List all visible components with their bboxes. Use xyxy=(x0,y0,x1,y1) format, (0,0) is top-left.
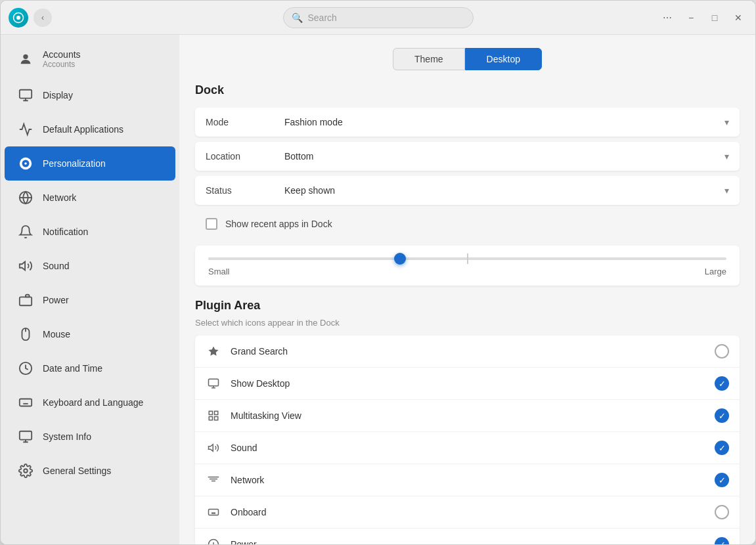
mode-value: Fashion mode xyxy=(284,117,343,127)
main-content: Theme Desktop Dock Mode Fashion mode ▾ L… xyxy=(179,35,755,544)
plugin-items-list: Grand Search Show Desktop ✓ xyxy=(195,336,740,544)
sound-label: Sound xyxy=(43,261,69,271)
show-recent-checkbox[interactable] xyxy=(206,218,217,230)
show-desktop-toggle[interactable]: ✓ xyxy=(715,376,729,391)
status-select[interactable]: Keep shown ▾ xyxy=(284,185,729,196)
multitasking-icon xyxy=(206,408,221,424)
dock-status-row: Status Keep shown ▾ xyxy=(195,176,740,205)
sidebar-item-sound[interactable]: Sound xyxy=(5,249,175,283)
plugin-item-sound[interactable]: Sound ✓ xyxy=(195,432,740,464)
slider-divider xyxy=(467,253,468,264)
power-toggle[interactable]: ✓ xyxy=(715,537,729,544)
display-icon xyxy=(18,87,33,103)
status-label: Status xyxy=(206,185,284,196)
show-recent-row[interactable]: Show recent apps in Dock xyxy=(195,210,740,238)
sidebar-item-accounts[interactable]: Accounts Accounts xyxy=(5,40,175,78)
slider-labels: Small Large xyxy=(208,267,726,276)
svg-rect-26 xyxy=(209,411,212,414)
svg-rect-10 xyxy=(20,297,32,305)
more-button[interactable]: ⋯ xyxy=(658,9,677,27)
multitasking-toggle[interactable]: ✓ xyxy=(715,408,729,423)
tab-theme[interactable]: Theme xyxy=(393,48,465,70)
minimize-button[interactable]: − xyxy=(682,9,700,27)
onboard-icon xyxy=(206,504,221,520)
plugin-item-grand-search[interactable]: Grand Search xyxy=(195,336,740,368)
main-window: ‹ 🔍 Search ⋯ − □ ✕ Accounts xyxy=(0,0,756,545)
sound-plugin-icon xyxy=(206,440,221,456)
plugin-item-power[interactable]: Power ✓ xyxy=(195,529,740,544)
sound-icon xyxy=(18,258,33,274)
default-apps-icon xyxy=(18,121,33,137)
status-chevron-icon: ▾ xyxy=(724,185,729,196)
svg-point-2 xyxy=(23,54,28,59)
default-apps-text: Default Applications xyxy=(43,124,123,135)
svg-rect-28 xyxy=(209,417,212,420)
grand-search-toggle[interactable] xyxy=(715,344,729,359)
keyboard-label: Keyboard and Language xyxy=(43,397,143,408)
sidebar-item-mouse[interactable]: Mouse xyxy=(5,317,175,351)
network-toggle[interactable]: ✓ xyxy=(715,473,729,487)
sysinfo-text: System Info xyxy=(43,431,91,442)
search-bar[interactable]: 🔍 Search xyxy=(283,7,474,28)
mouse-icon xyxy=(18,326,33,342)
svg-rect-3 xyxy=(20,90,32,98)
svg-point-1 xyxy=(16,16,20,20)
titlebar-right: ⋯ − □ ✕ xyxy=(658,9,747,27)
show-desktop-label: Show Desktop xyxy=(231,378,715,389)
mode-label: Mode xyxy=(206,117,284,127)
mode-chevron-icon: ▾ xyxy=(724,117,729,127)
grand-search-icon xyxy=(206,343,221,359)
close-button[interactable]: ✕ xyxy=(729,9,747,27)
plugin-item-network[interactable]: Network ✓ xyxy=(195,464,740,496)
sidebar-item-general[interactable]: General Settings xyxy=(5,454,175,488)
titlebar: ‹ 🔍 Search ⋯ − □ ✕ xyxy=(1,1,755,35)
svg-rect-35 xyxy=(209,510,219,515)
power-plugin-label: Power xyxy=(231,539,715,544)
plugin-area-subtitle: Select which icons appear in the Dock xyxy=(195,318,740,328)
sidebar-item-network[interactable]: Network xyxy=(5,181,175,215)
display-label: Display xyxy=(43,90,73,100)
sysinfo-label: System Info xyxy=(43,431,91,442)
sidebar-item-sysinfo[interactable]: System Info xyxy=(5,420,175,454)
sidebar-item-datetime[interactable]: Date and Time xyxy=(5,351,175,385)
plugin-area-title: Plugin Area xyxy=(195,299,740,313)
plugin-item-show-desktop[interactable]: Show Desktop ✓ xyxy=(195,368,740,400)
notification-text: Notification xyxy=(43,227,88,237)
display-text: Display xyxy=(43,90,73,100)
accounts-sub: Accounts xyxy=(43,60,81,69)
sidebar-item-power[interactable]: Power xyxy=(5,283,175,317)
sound-plugin-label: Sound xyxy=(231,443,715,453)
mode-select[interactable]: Fashion mode ▾ xyxy=(284,117,729,127)
sidebar-item-notification[interactable]: Notification xyxy=(5,215,175,249)
back-button[interactable]: ‹ xyxy=(33,9,52,27)
dock-mode-row: Mode Fashion mode ▾ xyxy=(195,108,740,137)
datetime-label: Date and Time xyxy=(43,363,102,374)
svg-rect-29 xyxy=(215,417,218,420)
svg-rect-23 xyxy=(209,379,219,386)
sidebar-item-display[interactable]: Display xyxy=(5,78,175,112)
dock-location-row: Location Bottom ▾ xyxy=(195,142,740,171)
sidebar-item-personalization[interactable]: Personalization xyxy=(5,146,175,181)
personalization-icon xyxy=(18,156,33,171)
sysinfo-icon xyxy=(18,429,33,445)
slider-thumb[interactable] xyxy=(394,253,406,265)
sidebar-item-default-apps[interactable]: Default Applications xyxy=(5,112,175,146)
svg-marker-22 xyxy=(209,347,219,356)
plugin-item-multitasking[interactable]: Multitasking View ✓ xyxy=(195,400,740,432)
sound-toggle[interactable]: ✓ xyxy=(715,441,729,455)
tab-desktop[interactable]: Desktop xyxy=(465,48,542,70)
location-select[interactable]: Bottom ▾ xyxy=(284,151,729,162)
svg-point-6 xyxy=(24,162,27,165)
onboard-toggle[interactable] xyxy=(715,505,729,519)
maximize-button[interactable]: □ xyxy=(705,9,724,27)
content-area: Accounts Accounts Display xyxy=(1,35,755,544)
general-icon xyxy=(18,463,33,479)
network-plugin-icon xyxy=(206,472,221,488)
slider-large-label: Large xyxy=(705,267,726,276)
search-icon: 🔍 xyxy=(292,12,303,23)
plugin-item-onboard[interactable]: Onboard xyxy=(195,496,740,529)
sidebar: Accounts Accounts Display xyxy=(1,35,179,544)
location-chevron-icon: ▾ xyxy=(724,151,729,162)
svg-marker-30 xyxy=(209,445,213,452)
sidebar-item-keyboard[interactable]: Keyboard and Language xyxy=(5,385,175,420)
